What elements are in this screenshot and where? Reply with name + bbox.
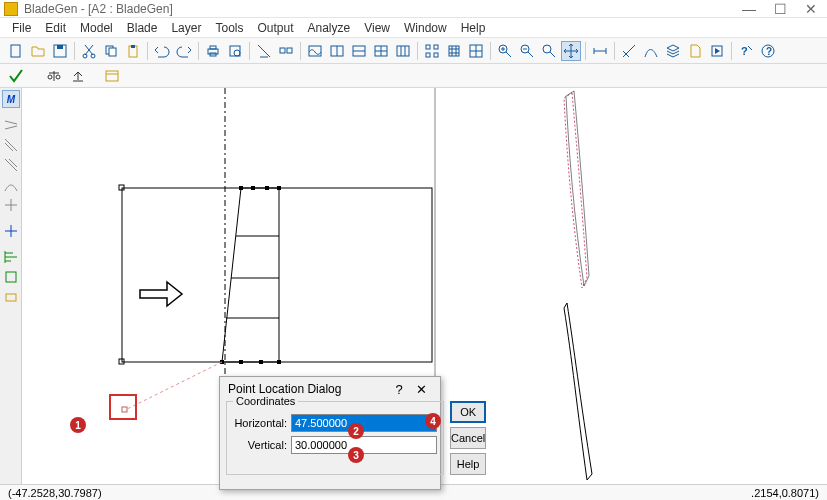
app-title: BladeGen - [A2 : BladeGen] [24,2,742,16]
info-icon[interactable]: ? [758,41,778,61]
svg-point-46 [543,45,551,53]
svg-rect-27 [426,45,430,49]
svg-rect-16 [309,46,321,56]
point-location-dialog: Point Location Dialog ? ✕ Coordinates Ho… [219,376,441,490]
pan-icon[interactable] [561,41,581,61]
scale-icon[interactable] [68,66,88,86]
play-icon[interactable] [707,41,727,61]
svg-point-60 [48,75,52,79]
menu-window[interactable]: Window [404,21,447,35]
dialog-title-help-icon[interactable]: ? [388,382,410,397]
new-icon[interactable] [6,41,26,61]
svg-rect-24 [397,46,409,56]
zoom-out-icon[interactable] [517,41,537,61]
menu-layer[interactable]: Layer [171,21,201,35]
menu-file[interactable]: File [12,21,31,35]
svg-rect-14 [280,48,285,53]
toolbar-secondary [0,64,827,88]
svg-rect-80 [277,186,281,190]
lt-cross-icon[interactable] [2,222,20,240]
badge-2: 2 [348,423,364,439]
svg-rect-78 [251,186,255,190]
menu-model[interactable]: Model [80,21,113,35]
lt-tool4-icon[interactable] [2,176,20,194]
lt-tool5-icon[interactable] [2,196,20,214]
cancel-button[interactable]: Cancel [450,427,486,449]
status-coordinates-right: .2154,0.8071) [751,487,819,499]
grid2-icon[interactable] [444,41,464,61]
menu-tools[interactable]: Tools [215,21,243,35]
lt-tool1-icon[interactable] [2,116,20,134]
help-icon[interactable]: ? [736,41,756,61]
zoom-fit-icon[interactable] [539,41,559,61]
layers-icon[interactable] [663,41,683,61]
layout2-icon[interactable] [327,41,347,61]
tool2-icon[interactable] [276,41,296,61]
svg-line-47 [550,52,555,57]
grid1-icon[interactable] [422,41,442,61]
lt-tool3-icon[interactable] [2,156,20,174]
document-icon[interactable] [685,41,705,61]
horizontal-input[interactable] [291,414,437,432]
balance-icon[interactable] [44,66,64,86]
close-button[interactable]: ✕ [805,2,817,16]
mode-m-button[interactable]: M [2,90,20,108]
paste-icon[interactable] [123,41,143,61]
badge-3: 3 [348,447,364,463]
print-icon[interactable] [203,41,223,61]
svg-rect-28 [434,45,438,49]
save-icon[interactable] [50,41,70,61]
layout4-icon[interactable] [371,41,391,61]
cut-icon[interactable] [79,41,99,61]
svg-rect-0 [11,45,20,57]
vertical-label: Vertical: [233,439,287,451]
ok-button[interactable]: OK [450,401,486,423]
preview-icon[interactable] [225,41,245,61]
tool1-icon[interactable] [254,41,274,61]
menu-blade[interactable]: Blade [127,21,158,35]
maximize-button[interactable]: ☐ [774,2,787,16]
help-button[interactable]: Help [450,453,486,475]
svg-rect-6 [109,48,116,56]
open-icon[interactable] [28,41,48,61]
curve2-icon[interactable] [641,41,661,61]
toolbar-main: ? ? [0,38,827,64]
redo-icon[interactable] [174,41,194,61]
menu-edit[interactable]: Edit [45,21,66,35]
svg-rect-79 [265,186,269,190]
confirm-icon[interactable] [6,66,26,86]
badge-1: 1 [70,417,86,433]
dialog-close-icon[interactable]: ✕ [410,382,432,397]
menu-help[interactable]: Help [461,21,486,35]
copy-icon[interactable] [101,41,121,61]
svg-rect-84 [277,360,281,364]
grid3-icon[interactable] [466,41,486,61]
title-bar: BladeGen - [A2 : BladeGen] — ☐ ✕ [0,0,827,18]
dialog-title: Point Location Dialog [228,382,388,396]
svg-rect-30 [434,53,438,57]
menu-analyze[interactable]: Analyze [308,21,351,35]
curve1-icon[interactable] [619,41,639,61]
annotation-rect-1 [109,394,137,420]
zoom-in-icon[interactable] [495,41,515,61]
lt-tool2-icon[interactable] [2,136,20,154]
svg-text:?: ? [766,46,772,57]
layout5-icon[interactable] [393,41,413,61]
svg-line-40 [506,52,511,57]
minimize-button[interactable]: — [742,2,756,16]
svg-rect-77 [239,186,243,190]
lt-tool7-icon[interactable] [2,288,20,306]
lt-align-icon[interactable] [2,248,20,266]
menu-view[interactable]: View [364,21,390,35]
svg-rect-2 [57,45,63,49]
lt-tool6-icon[interactable] [2,268,20,286]
svg-rect-83 [259,360,263,364]
layout1-icon[interactable] [305,41,325,61]
layout3-icon[interactable] [349,41,369,61]
svg-point-13 [234,50,240,56]
vertical-input[interactable] [291,436,437,454]
dimension-icon[interactable] [590,41,610,61]
menu-output[interactable]: Output [257,21,293,35]
undo-icon[interactable] [152,41,172,61]
window-icon[interactable] [102,66,122,86]
